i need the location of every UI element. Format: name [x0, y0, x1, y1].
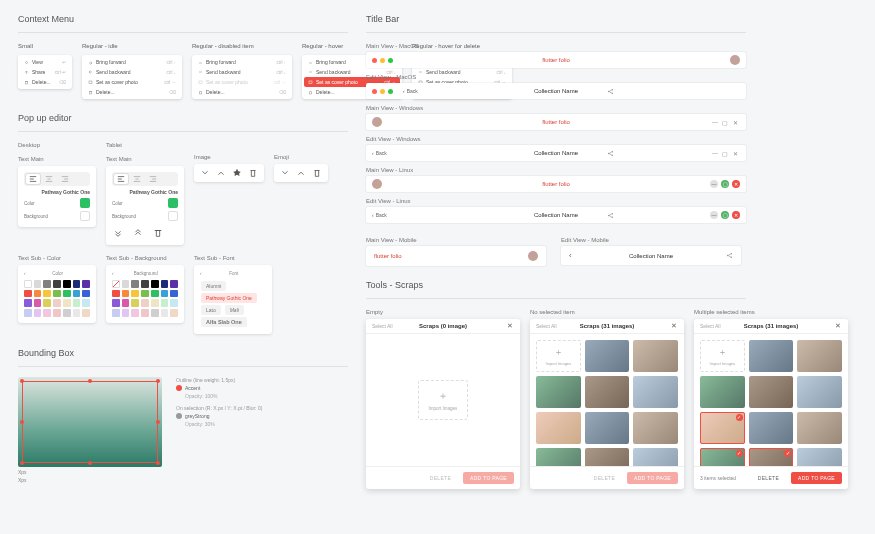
color-swatch[interactable] [80, 198, 90, 208]
scrap-thumb[interactable] [700, 448, 745, 466]
color-swatch[interactable] [141, 299, 149, 307]
color-swatch[interactable] [170, 309, 178, 317]
color-swatch[interactable] [151, 299, 159, 307]
img-trash-icon[interactable] [248, 168, 258, 178]
bg-lbl[interactable]: Background [24, 214, 48, 219]
color-grid[interactable] [24, 280, 90, 317]
font-chip-3[interactable]: Lato [201, 305, 221, 315]
align-left[interactable] [26, 174, 40, 184]
scrap-thumb[interactable] [700, 376, 745, 408]
share-icon-lin[interactable] [607, 212, 614, 219]
color-lbl[interactable]: Color [24, 201, 35, 206]
emoji-fwd-icon[interactable] [296, 168, 306, 178]
share-icon-win[interactable] [607, 150, 614, 157]
share-icon-mob[interactable] [726, 252, 733, 259]
mi-view[interactable]: View↵ [20, 57, 70, 67]
align-seg-t[interactable] [112, 172, 178, 186]
color-swatch[interactable] [131, 280, 139, 288]
trash-icon[interactable] [152, 227, 164, 239]
img-star-icon[interactable] [232, 168, 242, 178]
color-swatch[interactable] [24, 280, 32, 288]
color-swatch[interactable] [63, 280, 71, 288]
scrap-thumb[interactable] [633, 448, 678, 466]
color-swatch[interactable] [34, 299, 42, 307]
align-center[interactable] [42, 174, 56, 184]
color-swatch[interactable] [34, 309, 42, 317]
min-icon[interactable] [380, 58, 385, 63]
lin-min-icon[interactable]: — [710, 180, 718, 188]
scrap-thumb[interactable] [749, 340, 794, 372]
scrap-thumb[interactable] [633, 340, 678, 372]
color-swatch[interactable] [43, 309, 51, 317]
scrap-thumb[interactable] [536, 448, 581, 466]
img-back-icon[interactable] [200, 168, 210, 178]
align-right-t[interactable] [146, 174, 160, 184]
scrap-thumb[interactable] [585, 376, 630, 408]
color-swatch[interactable] [82, 280, 90, 288]
color-swatch[interactable] [151, 309, 159, 317]
color-swatch[interactable] [73, 309, 81, 317]
layer-fwd-icon[interactable] [132, 227, 144, 239]
color-swatch[interactable] [161, 290, 169, 298]
bg-grid[interactable] [112, 280, 178, 317]
chevron-left-icon-3[interactable]: ‹ [200, 271, 202, 276]
selectall-empty[interactable]: Select All [372, 323, 393, 329]
scrap-thumb[interactable] [797, 412, 842, 444]
chevron-left-icon[interactable]: ‹ [24, 271, 26, 276]
color-swatch[interactable] [63, 309, 71, 317]
close-icon-modal[interactable]: ✕ [506, 322, 514, 330]
color-swatch[interactable] [131, 290, 139, 298]
scrap-thumb[interactable] [749, 448, 794, 466]
color-swatch[interactable] [131, 299, 139, 307]
share-icon[interactable] [607, 88, 614, 95]
delete-btn-multi[interactable]: DELETE [752, 473, 785, 483]
color-swatch[interactable] [161, 299, 169, 307]
close-icon[interactable] [372, 58, 377, 63]
color-swatch[interactable] [161, 280, 169, 288]
color-swatch[interactable] [122, 309, 130, 317]
bb-image[interactable] [18, 377, 162, 467]
scrap-thumb[interactable] [797, 340, 842, 372]
scrap-thumb[interactable] [536, 412, 581, 444]
import-thumb[interactable]: ＋Import Images [700, 340, 745, 372]
color-swatch[interactable] [24, 299, 32, 307]
import-box-empty[interactable]: ＋ Import Images [418, 380, 468, 420]
color-swatch[interactable] [73, 280, 81, 288]
color-swatch[interactable] [73, 299, 81, 307]
import-thumb[interactable]: ＋Import Images [536, 340, 581, 372]
color-swatch[interactable] [63, 290, 71, 298]
scrap-thumb[interactable] [633, 376, 678, 408]
color-swatch[interactable] [170, 290, 178, 298]
color-swatch[interactable] [63, 299, 71, 307]
color-swatch[interactable] [112, 290, 120, 298]
scrap-thumb[interactable] [585, 412, 630, 444]
font-chip-5[interactable]: Alfa Slab One [201, 317, 247, 327]
color-swatch[interactable] [170, 280, 178, 288]
back-lin[interactable]: ‹Back [372, 212, 387, 218]
scrap-thumb[interactable] [797, 448, 842, 466]
back-win[interactable]: ‹Back [372, 150, 387, 156]
color-swatch[interactable] [34, 280, 42, 288]
avatar-win[interactable] [372, 117, 382, 127]
color-swatch[interactable] [34, 290, 42, 298]
color-swatch[interactable] [53, 299, 61, 307]
color-swatch[interactable] [131, 309, 139, 317]
mi-cover[interactable]: Set as cover photoctrl → [84, 77, 180, 87]
color-swatch[interactable] [141, 309, 149, 317]
font-chip-4[interactable]: Mali [225, 305, 244, 315]
color-swatch[interactable] [82, 290, 90, 298]
layer-back-icon[interactable] [112, 227, 124, 239]
selectall-nosel[interactable]: Select All [536, 323, 557, 329]
color-swatch[interactable] [112, 280, 120, 288]
add-btn-multi[interactable]: ADD TO PAGE [791, 472, 842, 484]
color-swatch[interactable] [24, 290, 32, 298]
lin-close-icon[interactable]: ✕ [732, 180, 740, 188]
chevron-left-icon-2[interactable]: ‹ [112, 271, 114, 276]
color-swatch[interactable] [141, 280, 149, 288]
color-swatch[interactable] [43, 290, 51, 298]
win-close-icon[interactable]: ✕ [730, 118, 740, 126]
mi-del-d[interactable]: Delete...⌫ [194, 87, 290, 97]
mi-fwd-d[interactable]: Bring forwardctrl ↑ [194, 57, 290, 67]
color-swatch[interactable] [43, 299, 51, 307]
mi-bwd[interactable]: Send backwardctrl ↓ [84, 67, 180, 77]
